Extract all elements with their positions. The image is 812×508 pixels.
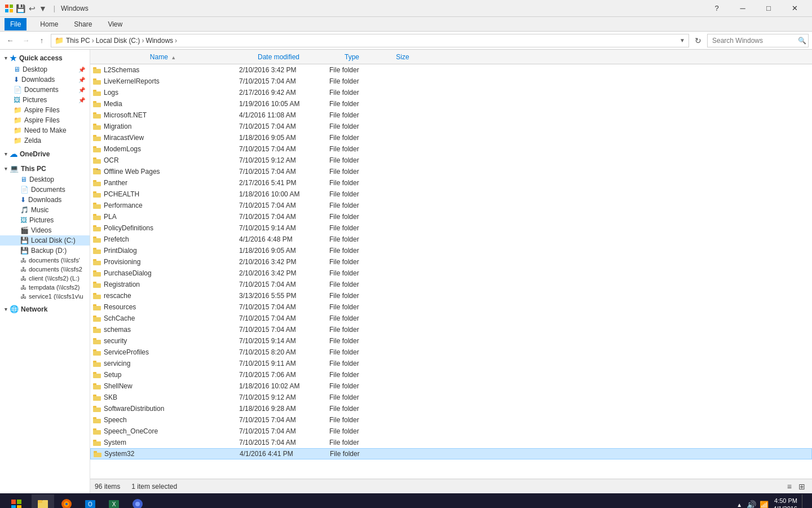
sidebar-item-aspire1[interactable]: 📁 Aspire Files bbox=[0, 105, 90, 115]
table-row[interactable]: Microsoft.NET 4/1/2016 11:08 AM File fol… bbox=[90, 110, 812, 121]
sidebar-item-downloads-pc[interactable]: ⬇ Downloads bbox=[0, 195, 90, 205]
table-row[interactable]: L2Schemas 2/10/2016 3:42 PM File folder bbox=[90, 64, 812, 76]
table-row[interactable]: SchCache 7/10/2015 7:04 AM File folder bbox=[90, 313, 812, 324]
table-row[interactable]: System32 4/1/2016 4:41 PM File folder bbox=[90, 448, 812, 459]
breadcrumb-localdisk[interactable]: Local Disk (C:) bbox=[96, 37, 140, 45]
show-desktop-button[interactable] bbox=[802, 494, 805, 508]
table-row[interactable]: SKB 7/10/2015 9:12 AM File folder bbox=[90, 392, 812, 403]
sidebar-item-localdisk[interactable]: 💾 Local Disk (C:) bbox=[0, 235, 90, 246]
table-row[interactable]: PurchaseDialog 2/10/2016 3:42 PM File fo… bbox=[90, 268, 812, 279]
path-dropdown-arrow[interactable]: ▼ bbox=[679, 37, 685, 43]
taskbar-app-5[interactable] bbox=[126, 494, 149, 508]
sidebar-section-thispc[interactable]: ▾ 💻 This PC bbox=[0, 163, 90, 174]
table-row[interactable]: Media 1/19/2016 10:05 AM File folder bbox=[90, 98, 812, 110]
large-icons-view-button[interactable]: ⊞ bbox=[796, 481, 807, 492]
start-button[interactable] bbox=[2, 494, 30, 508]
sidebar-section-network[interactable]: ▾ 🌐 Network bbox=[0, 303, 90, 315]
table-row[interactable]: Provisioning 2/10/2016 3:42 PM File fold… bbox=[90, 256, 812, 268]
sidebar-item-aspire2[interactable]: 📁 Aspire Files bbox=[0, 115, 90, 125]
sidebar-item-docs-net2[interactable]: 🖧 documents (\\lcsfs2 bbox=[0, 265, 90, 274]
table-row[interactable]: LiveKernelReports 7/10/2015 7:04 AM File… bbox=[90, 76, 812, 87]
col-header-size[interactable]: Size bbox=[380, 50, 425, 64]
table-row[interactable]: PrintDialog 1/18/2016 9:05 AM File folde… bbox=[90, 245, 812, 256]
sidebar-item-documents-qa[interactable]: 📄 Documents 📌 bbox=[0, 85, 90, 95]
table-row[interactable]: ModemLogs 7/10/2015 7:04 AM File folder bbox=[90, 143, 812, 155]
table-row[interactable]: Offline Web Pages 7/10/2015 7:04 AM File… bbox=[90, 166, 812, 177]
system-clock[interactable]: 4:50 PM 4/1/2016 bbox=[773, 497, 797, 508]
table-row[interactable]: System 7/10/2015 7:04 AM File folder bbox=[90, 437, 812, 448]
maximize-button[interactable]: □ bbox=[756, 0, 782, 17]
col-header-name[interactable]: Name ▲ bbox=[92, 50, 233, 64]
table-row[interactable]: servicing 7/10/2015 9:11 AM File folder bbox=[90, 358, 812, 369]
sidebar-item-desktop-pc[interactable]: 🖥 Desktop bbox=[0, 174, 90, 185]
table-row[interactable]: Migration 7/10/2015 7:04 AM File folder bbox=[90, 121, 812, 132]
col-header-date[interactable]: Date modified bbox=[233, 50, 324, 64]
table-row[interactable]: schemas 7/10/2015 7:04 AM File folder bbox=[90, 324, 812, 335]
table-row[interactable]: OCR 7/10/2015 9:12 AM File folder bbox=[90, 155, 812, 166]
sidebar-item-tempdata-net[interactable]: 🖧 tempdata (\\lcsfs2) bbox=[0, 283, 90, 292]
table-row[interactable]: Setup 7/10/2015 7:06 AM File folder bbox=[90, 369, 812, 380]
sidebar-item-backup[interactable]: 💾 Backup (D:) bbox=[0, 246, 90, 256]
taskbar-app-outlook[interactable]: O bbox=[79, 494, 102, 508]
breadcrumb-thispc[interactable]: This PC bbox=[66, 37, 90, 45]
back-button[interactable]: ← bbox=[3, 34, 17, 47]
ribbon-tab-share[interactable]: Share bbox=[72, 19, 94, 29]
search-input[interactable] bbox=[707, 34, 809, 47]
table-row[interactable]: Performance 7/10/2015 7:04 AM File folde… bbox=[90, 200, 812, 211]
table-row[interactable]: Panther 2/17/2016 5:41 PM File folder bbox=[90, 177, 812, 189]
sidebar-item-pictures-qa[interactable]: 🖼 Pictures 📌 bbox=[0, 95, 90, 105]
minimize-button[interactable]: ─ bbox=[730, 0, 756, 17]
breadcrumb-windows[interactable]: Windows bbox=[145, 37, 173, 45]
table-row[interactable]: Speech 7/10/2015 7:04 AM File folder bbox=[90, 414, 812, 426]
details-view-button[interactable]: ≡ bbox=[785, 481, 794, 492]
file-list[interactable]: L2Schemas 2/10/2016 3:42 PM File folder … bbox=[90, 64, 812, 479]
table-row[interactable]: Registration 7/10/2015 7:04 AM File fold… bbox=[90, 279, 812, 290]
col-header-type[interactable]: Type bbox=[324, 50, 380, 64]
sidebar-section-onedrive[interactable]: ▾ ☁ OneDrive bbox=[0, 148, 90, 160]
taskbar-app-excel[interactable]: X bbox=[103, 494, 125, 508]
refresh-button[interactable]: ↻ bbox=[691, 34, 705, 47]
up-button[interactable]: ↑ bbox=[35, 34, 48, 47]
taskbar-app-explorer[interactable] bbox=[32, 494, 54, 508]
sidebar-item-videos-pc[interactable]: 🎬 Videos bbox=[0, 225, 90, 235]
network-tray-icon[interactable]: 📶 bbox=[760, 501, 769, 509]
table-row[interactable]: MiracastView 1/18/2016 9:05 AM File fold… bbox=[90, 132, 812, 143]
sidebar-item-needtomake[interactable]: 📁 Need to Make bbox=[0, 125, 90, 135]
table-row[interactable]: Prefetch 4/1/2016 4:48 PM File folder bbox=[90, 234, 812, 245]
search-button[interactable]: 🔍 bbox=[798, 37, 806, 45]
table-row[interactable]: Resources 7/10/2015 7:04 AM File folder bbox=[90, 301, 812, 313]
table-row[interactable]: PCHEALTH 1/18/2016 10:00 AM File folder bbox=[90, 189, 812, 200]
table-row[interactable]: security 7/10/2015 9:14 AM File folder bbox=[90, 335, 812, 347]
close-button[interactable]: ✕ bbox=[782, 0, 807, 17]
tray-expand-icon[interactable]: ▲ bbox=[736, 502, 742, 508]
help-button[interactable]: ? bbox=[704, 0, 730, 17]
ribbon-tab-view[interactable]: View bbox=[105, 19, 125, 29]
sound-icon[interactable]: 🔊 bbox=[747, 500, 756, 508]
table-row[interactable]: Speech_OneCore 7/10/2015 7:04 AM File fo… bbox=[90, 426, 812, 437]
sidebar-item-desktop-qa[interactable]: 🖥 Desktop 📌 bbox=[0, 64, 90, 75]
table-row[interactable]: ShellNew 1/18/2016 10:02 AM File folder bbox=[90, 380, 812, 392]
sidebar-item-docs-net1[interactable]: 🖧 documents (\\lcsfs' bbox=[0, 256, 90, 265]
table-row[interactable]: PLA 7/10/2015 7:04 AM File folder bbox=[90, 211, 812, 222]
save-icon[interactable]: 💾 bbox=[16, 4, 25, 13]
taskbar-app-firefox[interactable] bbox=[55, 494, 78, 508]
table-row[interactable]: Logs 2/17/2016 9:42 AM File folder bbox=[90, 87, 812, 98]
sidebar-item-documents-pc[interactable]: 📄 Documents bbox=[0, 185, 90, 195]
table-row[interactable]: ServiceProfiles 7/10/2015 8:20 AM File f… bbox=[90, 347, 812, 358]
undo-icon[interactable]: ↩ bbox=[29, 4, 36, 13]
ribbon-tab-home[interactable]: Home bbox=[38, 19, 60, 29]
sidebar-item-downloads-qa[interactable]: ⬇ Downloads 📌 bbox=[0, 75, 90, 85]
address-path[interactable]: 📁 This PC › Local Disk (C:) › Windows › … bbox=[51, 34, 689, 47]
table-row[interactable]: rescache 3/13/2016 5:55 PM File folder bbox=[90, 290, 812, 301]
table-row[interactable]: SoftwareDistribution 1/18/2016 9:28 AM F… bbox=[90, 403, 812, 414]
table-row[interactable]: PolicyDefinitions 7/10/2015 9:14 AM File… bbox=[90, 222, 812, 234]
sidebar-section-quickaccess[interactable]: ▾ ★ Quick access bbox=[0, 52, 90, 64]
ribbon-file-button[interactable]: File bbox=[5, 18, 27, 30]
sidebar-item-client-net[interactable]: 🖧 client (\\lcsfs2) (L:) bbox=[0, 274, 90, 283]
sidebar-item-service1-net[interactable]: 🖧 service1 (\\lcsfs1v\u bbox=[0, 292, 90, 301]
sidebar-item-zelda[interactable]: 📁 Zelda bbox=[0, 135, 90, 146]
customize-icon[interactable]: ▼ bbox=[39, 4, 47, 13]
sidebar-item-pictures-pc[interactable]: 🖼 Pictures bbox=[0, 215, 90, 225]
sidebar-item-music-pc[interactable]: 🎵 Music bbox=[0, 205, 90, 215]
forward-button[interactable]: → bbox=[19, 34, 33, 47]
